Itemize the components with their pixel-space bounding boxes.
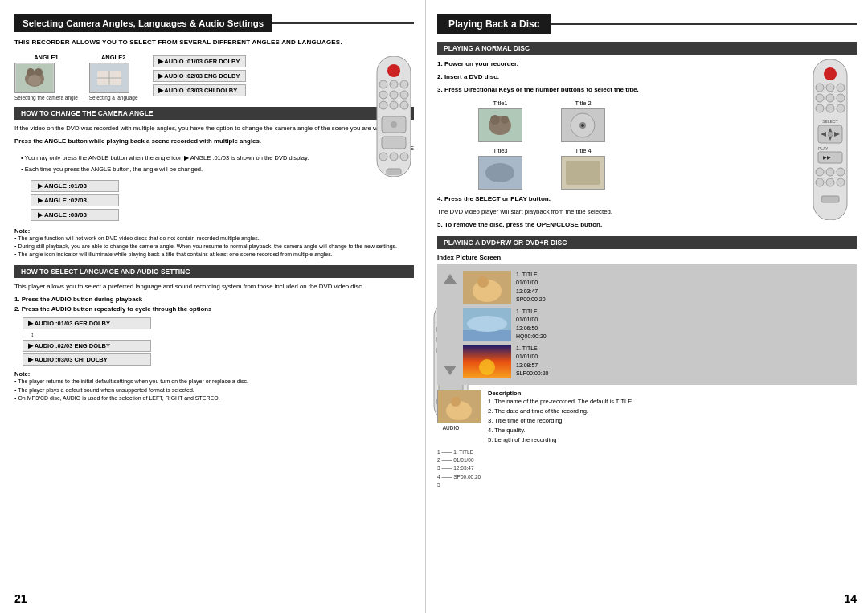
dvd-arrows xyxy=(444,271,457,378)
svg-point-17 xyxy=(379,101,387,109)
angle-label: ANGLE xyxy=(14,145,414,151)
index-legend: 1 —— 1. TITLE 2 —— 01/01/00 3 —— 12:03:4… xyxy=(437,448,857,490)
title1-label: Title1 xyxy=(461,100,539,107)
svg-point-4 xyxy=(28,75,41,86)
note2-1: • The player returns to the initial defa… xyxy=(14,378,414,386)
svg-point-90 xyxy=(467,316,507,332)
angle-images: ANGLE1 Selecting the camera angle ANGLE2 xyxy=(14,54,138,100)
step2-text: 2. Insert a DVD disc. xyxy=(437,72,799,82)
svg-point-62 xyxy=(816,94,824,102)
title2-image xyxy=(561,108,605,142)
up-arrow xyxy=(444,274,457,284)
description-content: Description: 1. The name of the pre-reco… xyxy=(488,390,633,445)
description-label: Description: xyxy=(488,390,633,397)
angle2-label: ANGLE2 xyxy=(89,54,138,61)
svg-point-15 xyxy=(390,91,398,99)
audio-option2-1: ▶ AUDIO :01/03 GER DOLBY xyxy=(23,317,151,329)
svg-point-54 xyxy=(485,163,514,182)
dvd-entry-1: 1. TITLE 01/01/00 12:03:47 SP00:00:20 xyxy=(463,271,548,304)
left-panel: Selecting Camera Angles, Languages & Aud… xyxy=(0,0,426,613)
legend-4: 4 —— SP00:00:20 xyxy=(437,473,857,481)
svg-text:▶▶: ▶▶ xyxy=(823,155,831,160)
svg-rect-22 xyxy=(382,137,406,149)
angle-option-2: ▶ ANGLE :02/03 xyxy=(31,194,119,206)
playing-normal-header: PLAYING A NORMAL DISC xyxy=(437,42,857,55)
dvd-info-3: 1. TITLE 01/01/00 12:08:57 SLP00:00:20 xyxy=(516,345,548,378)
angle-option-1: ▶ ANGLE :01/03 xyxy=(31,180,119,192)
title4-image xyxy=(561,156,605,190)
svg-point-10 xyxy=(387,64,400,77)
svg-point-58 xyxy=(824,67,837,80)
bullet1: • You may only press the ANGLE button wh… xyxy=(21,153,414,162)
how-to-change-header: HOW TO CHANGE THE CAMERA ANGLE xyxy=(14,107,414,120)
desc-item-2: 2. The date and time of the recording. xyxy=(488,407,633,416)
svg-point-65 xyxy=(816,104,824,112)
note-3: • The angle icon indicator will illumina… xyxy=(14,251,414,259)
left-section-title: Selecting Camera Angles, Languages & Aud… xyxy=(14,14,272,32)
intro-text: THIS RECORDER ALLOWS YOU TO SELECT FROM … xyxy=(14,39,414,46)
svg-point-63 xyxy=(826,94,834,102)
desc-item-5: 5. Length of the recording xyxy=(488,435,633,445)
audio-option-2: ▶ AUDIO :02/03 ENG DOLBY xyxy=(153,70,246,82)
select-lang-body: This player allows you to select a prefe… xyxy=(14,282,414,292)
desc-item-1: 1. The name of the pre-recorded. The def… xyxy=(488,397,633,407)
dvd-thumb-1 xyxy=(463,271,511,304)
right-title-bar: Playing Back a Disc xyxy=(437,14,857,34)
note-section-2: Note: • The player returns to the initia… xyxy=(14,370,414,402)
audio-option2-2: ▶ AUDIO :02/03 ENG DOLBY xyxy=(23,340,151,352)
svg-point-64 xyxy=(837,94,845,102)
note-section-1: Note: • The angle function will not work… xyxy=(14,227,414,259)
angle-option-3: ▶ ANGLE :03/03 xyxy=(31,209,119,221)
step5-text: 5. To remove the disc, press the OPEN/CL… xyxy=(437,220,799,230)
svg-point-60 xyxy=(826,84,834,92)
title4-label: Title 4 xyxy=(544,147,622,154)
svg-point-80 xyxy=(837,168,845,176)
page-number-right: 14 xyxy=(844,592,857,605)
normal-disc-steps: 1. Power on your recorder. 2. Insert a D… xyxy=(437,59,799,233)
svg-rect-84 xyxy=(821,196,839,202)
left-title-line xyxy=(272,22,414,24)
note-2: • During still playback, you are able to… xyxy=(14,243,414,251)
titles-grid: Title1 Title 2 xyxy=(461,100,622,190)
dvd-main: Index Picture Screen xyxy=(437,254,857,490)
dvd-info-2: 1. TITLE 01/01/00 12:06:50 HQ00:00:20 xyxy=(516,308,547,341)
dvd-entry-3: 1. TITLE 01/01/00 12:08:57 SLP00:00:20 xyxy=(463,345,548,378)
svg-point-79 xyxy=(826,168,834,176)
select-lang-header: HOW TO SELECT LANGUAGE AND AUDIO SETTING xyxy=(14,265,414,278)
step2-audio: 2. Press the AUDIO button repeatedly to … xyxy=(14,304,414,314)
dvd-section-content: Index Picture Screen xyxy=(437,254,857,490)
normal-disc-content: 1. Power on your recorder. 2. Insert a D… xyxy=(437,59,857,233)
remote-top xyxy=(371,56,417,178)
dvd-info-1: 1. TITLE 01/01/00 12:03:47 SP00:00:20 xyxy=(516,271,546,304)
svg-point-95 xyxy=(451,397,461,407)
svg-point-25 xyxy=(400,153,408,161)
camera-caption: Selecting the camera angle xyxy=(14,95,78,100)
title3-label: Title3 xyxy=(461,147,539,154)
svg-point-13 xyxy=(400,80,408,88)
svg-point-12 xyxy=(390,80,398,88)
svg-point-11 xyxy=(379,80,387,88)
audio-options-2: ▶ AUDIO :01/03 GER DOLBY ↕ ▶ AUDIO :02/0… xyxy=(23,317,151,366)
right-section-title: Playing Back a Disc xyxy=(437,14,551,34)
audio-options-2-container: ▶ AUDIO :01/03 GER DOLBY ↕ ▶ AUDIO :02/0… xyxy=(23,317,414,366)
svg-point-66 xyxy=(826,104,834,112)
desc-item-3: 3. Title time of the recording. xyxy=(488,416,633,426)
desc-item-4: 4. The quality. xyxy=(488,426,633,435)
page-number-left: 21 xyxy=(14,592,27,605)
audio-option-3: ▶ AUDIO :03/03 CHI DOLBY xyxy=(153,84,246,96)
audio-option-1: ▶ AUDIO :01/03 GER DOLBY xyxy=(153,55,246,67)
title2-box: Title 2 xyxy=(544,100,622,142)
svg-point-47 xyxy=(490,115,500,125)
left-title-bar: Selecting Camera Angles, Languages & Aud… xyxy=(14,14,414,32)
desc-thumb xyxy=(437,390,481,423)
note2-2: • The player plays a default sound when … xyxy=(14,386,414,394)
svg-point-48 xyxy=(501,116,509,124)
right-panel: Playing Back a Disc PLAYING A NORMAL DIS… xyxy=(426,0,868,613)
angle2-box: ANGLE2 Selecting a language xyxy=(89,54,138,100)
svg-text:PLAY: PLAY xyxy=(818,146,829,151)
svg-point-24 xyxy=(390,153,398,161)
playing-dvd-header: PLAYING A DVD+RW OR DVD+R DISC xyxy=(437,236,857,249)
dvd-entries-list: 1. TITLE 01/01/00 12:03:47 SP00:00:20 xyxy=(463,271,548,378)
step3-text: 3. Press Directional Keys or the number … xyxy=(437,85,799,95)
down-arrow xyxy=(444,366,457,375)
